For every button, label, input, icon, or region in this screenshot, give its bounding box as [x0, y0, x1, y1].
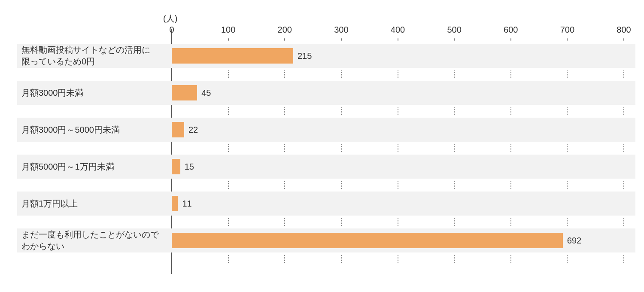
category-label: 月額1万円以上	[21, 192, 167, 216]
category-label: 月額5000円～1万円未満	[21, 155, 167, 179]
value-label: 215	[298, 48, 312, 64]
horizontal-bar-chart: (人) 0100200300400500600700800 無料動画投稿サイトな…	[0, 0, 644, 292]
bar	[172, 233, 563, 248]
value-label: 22	[188, 122, 198, 137]
bar	[172, 85, 197, 100]
category-label: 月額3000円～5000円未満	[21, 118, 167, 142]
category-label: 無料動画投稿サイトなどの活用に限っているため0円	[21, 44, 167, 68]
unit-label: (人)	[163, 13, 177, 24]
x-tick-label: 100	[221, 25, 235, 35]
value-label: 15	[185, 159, 194, 174]
value-label: 11	[182, 196, 191, 211]
value-label: 692	[567, 233, 581, 248]
x-tick-label: 500	[447, 25, 461, 35]
x-tick-label: 700	[560, 25, 574, 35]
bar	[172, 122, 184, 137]
x-tick-label: 800	[617, 25, 631, 35]
x-tick-label: 300	[334, 25, 348, 35]
bar	[172, 48, 293, 64]
category-label: 月額3000円未満	[21, 81, 167, 105]
bar	[172, 159, 180, 174]
x-tick-label: 400	[391, 25, 405, 35]
x-tick-label: 200	[278, 25, 292, 35]
bar	[172, 196, 178, 211]
x-tick-label: 600	[504, 25, 518, 35]
x-tick-label: 0	[169, 25, 174, 35]
category-label: まだ一度も利用したことがないのでわからない	[21, 228, 167, 252]
value-label: 45	[201, 85, 211, 100]
